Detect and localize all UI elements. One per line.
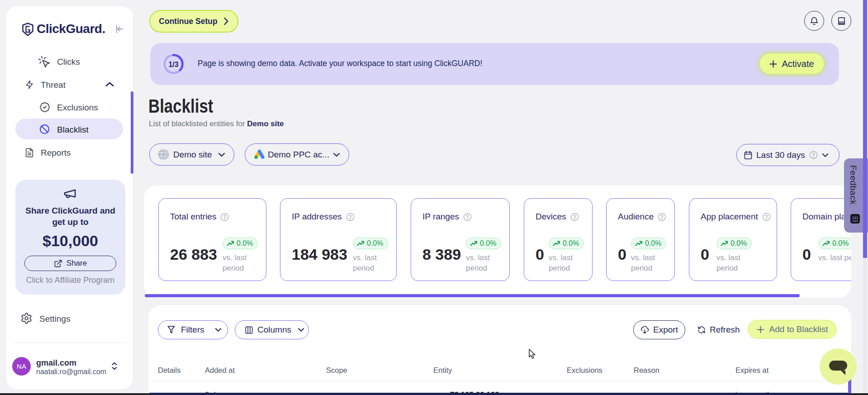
svg-text:1/3: 1/3 (168, 61, 178, 68)
